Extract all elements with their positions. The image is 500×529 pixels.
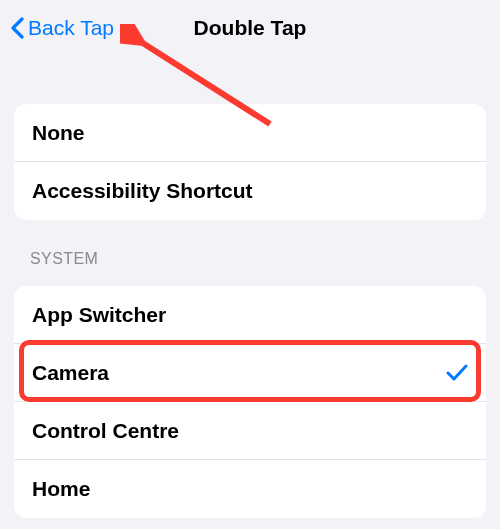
row-camera[interactable]: Camera (14, 344, 486, 402)
page-title: Double Tap (194, 16, 307, 40)
row-label: Control Centre (32, 419, 179, 443)
chevron-left-icon (8, 15, 26, 41)
row-home[interactable]: Home (14, 460, 486, 518)
group-system: App Switcher Camera Control Centre Home (14, 286, 486, 518)
nav-bar: Back Tap Double Tap (0, 0, 500, 56)
group-general: None Accessibility Shortcut (14, 104, 486, 220)
row-none[interactable]: None (14, 104, 486, 162)
row-label: Camera (32, 361, 109, 385)
row-label: Home (32, 477, 90, 501)
row-label: Accessibility Shortcut (32, 179, 253, 203)
row-label: App Switcher (32, 303, 166, 327)
back-label: Back Tap (28, 16, 114, 40)
back-button[interactable]: Back Tap (8, 15, 114, 41)
section-header-system: System (30, 250, 470, 268)
checkmark-icon (446, 363, 468, 383)
row-control-centre[interactable]: Control Centre (14, 402, 486, 460)
row-label: None (32, 121, 85, 145)
row-app-switcher[interactable]: App Switcher (14, 286, 486, 344)
row-accessibility-shortcut[interactable]: Accessibility Shortcut (14, 162, 486, 220)
